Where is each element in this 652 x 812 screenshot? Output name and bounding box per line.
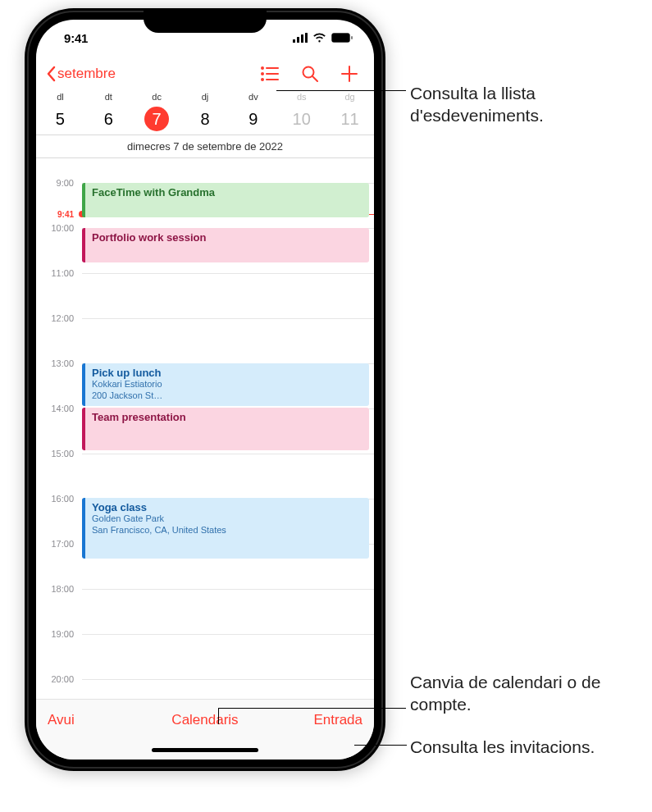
svg-rect-3 [305,33,308,43]
svg-line-14 [312,76,317,81]
event-location: San Francisco, CA, United States [92,525,362,536]
event-title: Portfolio work session [92,231,362,244]
event-title: Yoga class [92,501,362,513]
now-label: 9:41 [36,209,79,218]
hour-label: 13:00 [36,358,79,368]
wifi-icon [312,33,326,43]
hour-line [82,589,374,590]
day-number: 9 [241,107,266,131]
list-icon [261,66,279,81]
weekday-label: dc [133,92,181,102]
hour-label: 11:00 [36,268,79,278]
day-number: 8 [193,107,217,131]
svg-rect-1 [297,37,299,43]
hour-line [82,318,374,319]
calendar-event[interactable]: Team presentation [82,408,369,450]
cellular-icon [293,33,308,43]
hour-line [82,454,374,454]
event-location: 200 Jackson St… [92,390,362,402]
hour-label: 9:00 [36,178,79,188]
day-number: 7 [144,107,169,131]
event-subtitle: Golden Gate Park [92,513,362,525]
calendars-button[interactable]: Calendaris [121,712,289,728]
hour-label: 14:00 [36,404,79,413]
weekday-label: ds [277,92,326,102]
event-title: Pick up lunch [92,367,362,379]
chevron-left-icon [46,66,56,82]
callout-line [218,708,219,724]
callout-line [218,708,406,709]
navbar: setembre [36,56,374,92]
svg-rect-8 [266,67,279,69]
weekday-label: dj [181,92,230,102]
svg-point-7 [261,66,264,70]
weekday-label: dl [36,92,84,102]
svg-point-11 [261,78,264,81]
search-button[interactable] [302,66,318,82]
status-time: 9:41 [64,31,88,45]
hour-label: 16:00 [36,494,79,504]
svg-rect-5 [333,34,349,41]
callout-calendars: Canvia de calendari o de compte. [410,671,640,716]
day-column[interactable]: dc7 [133,92,181,131]
svg-rect-10 [266,73,279,75]
svg-rect-6 [351,36,353,39]
notch [144,8,267,33]
date-line: dimecres 7 de setembre de 2022 [36,135,374,158]
hour-label: 12:00 [36,313,79,323]
hour-label: 17:00 [36,539,79,549]
bottom-toolbar: Avui Calendaris Entrada [36,699,374,740]
hour-label: 18:00 [36,584,79,594]
day-column[interactable]: ds10 [277,92,326,131]
hour-label: 10:00 [36,223,79,233]
hour-label: 19:00 [36,629,79,639]
hour-label: 20:00 [36,674,79,684]
svg-point-9 [261,72,264,75]
add-event-button[interactable] [341,66,358,82]
hour-line [82,273,374,274]
hour-line [82,634,374,635]
event-title: Team presentation [92,411,362,423]
weekday-label: dt [84,92,133,102]
calendar-event[interactable]: Pick up lunchKokkari Estiatorio200 Jacks… [82,363,369,406]
search-icon [302,66,318,82]
svg-rect-0 [293,39,295,43]
day-column[interactable]: dv9 [229,92,277,131]
phone-frame: 9:41 setembre [25,8,385,771]
calendar-event[interactable]: FaceTime with Grandma [82,183,369,217]
callout-line [276,90,406,91]
event-title: FaceTime with Grandma [92,186,362,198]
back-label: setembre [57,66,116,82]
weekday-label: dg [326,92,374,102]
hour-label: 15:00 [36,449,79,458]
callout-line [354,745,407,746]
hour-line [82,679,374,680]
callout-inbox: Consulta les invitacions. [410,736,640,758]
day-number: 10 [290,107,314,131]
calendar-event[interactable]: Portfolio work session [82,228,369,262]
week-row: dl5dt6dc7dj8dv9ds10dg11 [36,92,374,135]
back-button[interactable]: setembre [46,66,116,82]
day-column[interactable]: dl5 [36,92,84,131]
list-view-button[interactable] [261,66,279,81]
callout-list: Consulta la llista d'esdeveniments. [410,82,640,127]
status-icons [293,33,353,43]
day-column[interactable]: dt6 [84,92,133,131]
day-timeline[interactable]: 9:0010:0011:0012:0013:0014:0015:0016:001… [36,158,374,699]
inbox-button[interactable]: Entrada [289,712,362,728]
battery-icon [331,33,353,43]
day-column[interactable]: dj8 [181,92,230,131]
svg-rect-2 [301,34,303,43]
event-subtitle: Kokkari Estiatorio [92,379,362,390]
weekday-label: dv [229,92,277,102]
screen: 9:41 setembre [36,20,374,760]
calendar-event[interactable]: Yoga classGolden Gate ParkSan Francisco,… [82,498,369,559]
day-number: 6 [96,107,121,131]
day-number: 11 [338,107,362,131]
day-column[interactable]: dg11 [326,92,374,131]
plus-icon [341,66,358,82]
day-number: 5 [48,107,72,131]
home-indicator [36,740,374,760]
today-button[interactable]: Avui [48,712,121,728]
svg-rect-12 [266,79,279,80]
